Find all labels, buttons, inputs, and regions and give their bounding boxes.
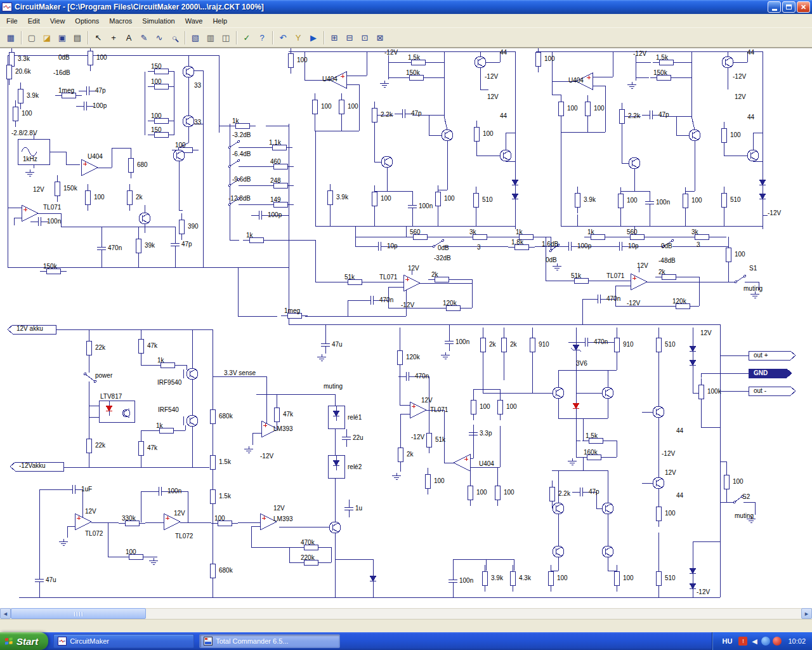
schematic-label: 100 (434, 477, 445, 484)
place-part-tool-icon[interactable]: + (106, 30, 121, 45)
reset-icon[interactable]: ↶ (275, 30, 291, 45)
schematic-label: 150k (406, 69, 420, 76)
help-tool-icon[interactable]: ? (254, 30, 270, 45)
schematic-label: 100 (735, 251, 745, 258)
schematic-label: -12V (260, 453, 273, 460)
window-statusbar (0, 619, 812, 632)
horizontal-scrollbar[interactable]: ◄ ► (0, 608, 812, 619)
save-file-icon[interactable]: ▣ (55, 30, 70, 45)
schematic-label: 100 (444, 195, 455, 202)
menu-simulation[interactable]: Simulation (137, 15, 180, 27)
language-indicator[interactable]: HU (721, 636, 735, 646)
schematic-label: 3 (477, 244, 481, 251)
tray-network-icon[interactable] (761, 637, 770, 646)
zoom-window-icon[interactable]: ▧ (188, 30, 203, 45)
taskbar-task-total[interactable]: Total Commander 6.5... (199, 634, 340, 648)
probe-tool-icon[interactable]: Y (291, 30, 306, 45)
schematic-label: 22u (353, 434, 363, 441)
task-buttons: CircuitMakerTotal Commander 6.5... (48, 634, 340, 648)
schematic-label: 0dB (546, 256, 557, 263)
schematic-label: 100p (577, 242, 591, 249)
schematic-label: 560 (410, 229, 421, 235)
schematic-label: 0dB (661, 242, 672, 249)
close-button[interactable]: ✕ (797, 1, 810, 13)
schematic-label: 100n (455, 338, 469, 345)
menu-options[interactable]: Options (70, 15, 104, 27)
schematic-label: 100 (22, 110, 32, 117)
schematic-label: 2k (510, 341, 517, 348)
menu-wave[interactable]: Wave (180, 15, 208, 27)
schematic-label: -48dB (658, 257, 676, 264)
schematic-label: 2k (136, 194, 143, 201)
menu-help[interactable]: Help (207, 15, 232, 27)
scroll-right-button[interactable]: ► (801, 608, 812, 619)
schematic-label: 1.5k (219, 458, 231, 465)
schematic-label: 22k (95, 344, 105, 351)
schematic-label: 680k (219, 413, 233, 420)
schematic-label: 100 (476, 489, 487, 496)
schematic-label: muting (324, 383, 343, 390)
schematic-label: -12V (768, 209, 781, 216)
text-tool-icon[interactable]: A (121, 30, 136, 45)
schematic-label: 47p (95, 87, 106, 94)
schematic-label: 39k (145, 242, 155, 249)
schematic-label: 220k (301, 554, 315, 561)
schematic-label: 0dB (58, 54, 70, 61)
schematic-canvas[interactable]: 3.3k0dB10020.6k-16dB1meg3.9k47p100p10015… (0, 48, 812, 608)
schematic-label: muting (735, 512, 754, 519)
schematic-label: 100 (544, 55, 555, 62)
schematic-label: 1.5k (219, 493, 231, 500)
split-pane-icon[interactable]: ◫ (218, 30, 233, 45)
digital-instrument-icon[interactable]: ⊞ (327, 30, 342, 45)
sheet-icon[interactable]: ▦ (3, 30, 18, 45)
scrollbar-thumb[interactable] (11, 608, 146, 619)
scroll-left-button[interactable]: ◄ (0, 608, 11, 619)
minimize-button[interactable] (768, 1, 781, 13)
zoom-tool-icon[interactable]: ○ (167, 30, 182, 45)
schematic-label: -12V (733, 73, 746, 80)
toolbar: ▦▢◪▣▤↖+A✎∿○▧▥◫✓?↶Y▶⊞⊟⊡⊠ (0, 28, 812, 48)
schematic-label: S2 (742, 493, 750, 500)
menu-file[interactable]: File (1, 15, 23, 27)
schematic-label: -3.2dB (232, 131, 251, 138)
menu-macros[interactable]: Macros (104, 15, 137, 27)
start-button[interactable]: Start (0, 632, 48, 650)
run-simulation-icon[interactable]: ▶ (306, 30, 321, 45)
digital-options-icon[interactable]: ✓ (239, 30, 254, 45)
tray-volume-icon[interactable]: ◀ (750, 637, 759, 646)
schematic-label: out - (754, 387, 766, 394)
open-file-icon[interactable]: ◪ (39, 30, 55, 45)
signal-window-icon[interactable]: ⊠ (372, 30, 388, 45)
taskbar: Start CircuitMakerTotal Commander 6.5...… (0, 632, 812, 650)
schematic-label: 3.3k (18, 55, 30, 62)
print-icon[interactable]: ▤ (70, 30, 85, 45)
wire-tool-icon[interactable]: ✎ (136, 30, 152, 45)
scope-window-icon[interactable]: ⊡ (357, 30, 372, 45)
schematic-label: 100 (348, 103, 358, 110)
schematic-label: 12V (487, 93, 499, 100)
schematic-label: -12V (401, 302, 414, 308)
stop-instrument-icon[interactable]: ⊟ (342, 30, 357, 45)
schematic-label: IRF9540 (157, 379, 181, 386)
taskbar-task-circuitmaker[interactable]: CircuitMaker (53, 634, 194, 648)
schematic-label: 100 (623, 574, 634, 581)
maximize-button[interactable] (782, 1, 796, 13)
copy-icon[interactable]: ▥ (203, 30, 218, 45)
schematic-label: 100 (504, 489, 514, 496)
title-bar[interactable]: CircuitMaker - [C:\Program Files\Circuit… (0, 0, 812, 14)
schematic-label: 248 (270, 177, 281, 184)
schematic-label: IRF540 (158, 406, 179, 413)
waveform-tool-icon[interactable]: ∿ (152, 30, 167, 45)
menu-view[interactable]: View (45, 15, 70, 27)
schematic-label: 100 (151, 112, 162, 119)
menu-edit[interactable]: Edit (23, 15, 45, 27)
schematic-label: -12V (411, 434, 424, 441)
tray-antivirus-icon[interactable]: ! (738, 637, 747, 646)
new-file-icon[interactable]: ▢ (24, 30, 39, 45)
schematic-label: 47u (46, 576, 56, 583)
cursor-tool-icon[interactable]: ↖ (91, 30, 106, 45)
tray-alert-icon[interactable] (773, 637, 782, 646)
toolbar-separator (236, 31, 237, 44)
schematic-label: -32dB (434, 255, 451, 262)
schematic-label: 12V (421, 397, 433, 404)
